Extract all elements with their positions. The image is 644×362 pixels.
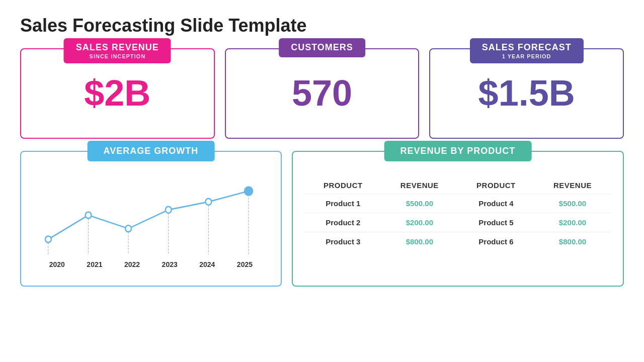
average-growth-card: AVERAGE GROWTH 20 (20, 151, 282, 287)
revenue-by-product-badge-title: REVENUE BY PRODUCT (400, 146, 516, 156)
chart-point-2022 (125, 225, 131, 232)
page-title: Sales Forecasting Slide Template (20, 15, 624, 36)
rev-header-revenue2: REVENUE (534, 177, 611, 194)
rev-row3-col3: Product 6 (458, 232, 534, 251)
rev-row1-col4: $500.00 (534, 194, 611, 213)
sales-forecast-badge-title: SALES FORECAST (482, 42, 572, 53)
rev-row3-col4: $800.00 (534, 232, 611, 251)
rev-row3-col2: $800.00 (381, 232, 458, 251)
rev-row2-col2: $200.00 (381, 213, 458, 232)
chart-label-2021: 2021 (87, 260, 102, 268)
growth-chart-area: 2020 2021 2022 2023 2024 2025 (33, 175, 269, 270)
sales-forecast-badge-subtitle: 1 YEAR PERIOD (482, 53, 572, 59)
revenue-by-product-card: REVENUE BY PRODUCT PRODUCT REVENUE PRODU… (292, 151, 624, 287)
customers-badge-title: CUSTOMERS (291, 42, 353, 53)
sales-forecast-card: SALES FORECAST 1 YEAR PERIOD $1.5B (429, 48, 624, 139)
chart-point-2023 (166, 207, 172, 213)
rev-header-product2: PRODUCT (458, 177, 534, 194)
chart-point-2020 (45, 236, 51, 243)
sales-forecast-badge: SALES FORECAST 1 YEAR PERIOD (470, 38, 584, 63)
chart-point-2021 (86, 212, 92, 219)
rev-row3-col1: Product 3 (305, 232, 381, 251)
sales-revenue-card: SALES REVENUE SINCE INCEPTION $2B (20, 48, 215, 139)
rev-row2-col3: Product 5 (458, 213, 534, 232)
rev-header-revenue1: REVENUE (381, 177, 458, 194)
chart-point-2024 (205, 199, 211, 205)
rev-row1-col3: Product 4 (458, 194, 534, 213)
rev-row2-col1: Product 2 (305, 213, 381, 232)
chart-label-2023: 2023 (162, 260, 178, 268)
chart-label-2024: 2024 (199, 260, 215, 268)
customers-value: 570 (292, 72, 352, 114)
sales-revenue-badge-subtitle: SINCE INCEPTION (76, 53, 159, 59)
growth-chart-svg (33, 175, 269, 255)
rev-row1-col1: Product 1 (305, 194, 381, 213)
chart-labels: 2020 2021 2022 2023 2024 2025 (33, 260, 269, 268)
average-growth-badge-title: AVERAGE GROWTH (104, 146, 199, 156)
rev-row2-col4: $200.00 (534, 213, 611, 232)
chart-point-2025 (245, 187, 253, 195)
rev-row1-col2: $500.00 (381, 194, 458, 213)
bottom-row: AVERAGE GROWTH 20 (20, 151, 624, 287)
kpi-row: SALES REVENUE SINCE INCEPTION $2B CUSTOM… (20, 48, 624, 139)
sales-forecast-value: $1.5B (478, 72, 575, 114)
revenue-by-product-badge: REVENUE BY PRODUCT (384, 141, 532, 161)
sales-revenue-badge: SALES REVENUE SINCE INCEPTION (64, 38, 171, 63)
average-growth-badge: AVERAGE GROWTH (88, 141, 215, 161)
customers-card: CUSTOMERS 570 (225, 48, 420, 139)
revenue-table: PRODUCT REVENUE PRODUCT REVENUE Product … (305, 177, 611, 251)
chart-label-2025: 2025 (237, 260, 253, 268)
sales-revenue-value: $2B (84, 72, 150, 114)
sales-revenue-badge-title: SALES REVENUE (76, 42, 159, 53)
chart-label-2020: 2020 (49, 260, 65, 268)
customers-badge: CUSTOMERS (279, 38, 365, 57)
rev-header-product1: PRODUCT (305, 177, 381, 194)
chart-label-2022: 2022 (124, 260, 140, 268)
